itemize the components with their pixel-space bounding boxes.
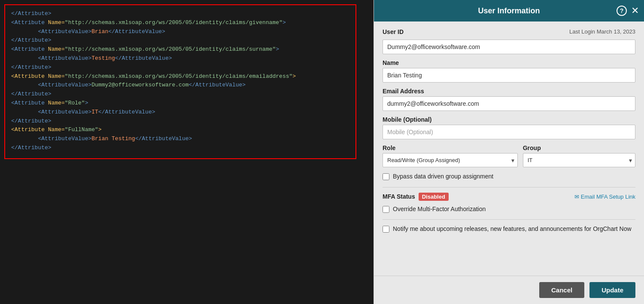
override-mfa-checkbox[interactable]	[383, 206, 389, 213]
modal-header: User Information ? ✕	[374, 0, 644, 21]
role-column: Role Read/Write (Group Assigned) ▾	[383, 144, 518, 167]
update-button[interactable]: Update	[589, 282, 635, 298]
mobile-label: Mobile (Optional)	[383, 116, 635, 123]
divider-2	[383, 219, 635, 220]
name-label: Name	[383, 59, 635, 66]
xml-line-13: </Attribute>	[11, 117, 349, 126]
last-login-text: Last Login March 13, 2023	[569, 28, 635, 35]
xml-line-12: <AttributeValue>IT</AttributeValue>	[11, 108, 349, 117]
notify-checkbox-row: Notify me about upcoming releases, new f…	[383, 225, 635, 233]
name-input[interactable]	[383, 68, 635, 83]
bypass-checkbox-row: Bypass data driven group assignment	[383, 172, 635, 181]
mfa-status-row: MFA Status Disabled ✉ Email MFA Setup Li…	[383, 193, 635, 201]
email-mfa-label: Email MFA Setup Link	[581, 193, 635, 200]
mfa-left: MFA Status Disabled	[383, 193, 449, 201]
mobile-field-row: Mobile (Optional)	[383, 116, 635, 139]
role-select-wrapper: Read/Write (Group Assigned) ▾	[383, 153, 518, 167]
xml-line-10: </Attribute>	[11, 90, 349, 99]
xml-line-14: <Attribute Name="FullName">	[11, 126, 349, 135]
user-id-label: User ID	[383, 28, 404, 35]
envelope-icon: ✉	[574, 193, 579, 200]
email-label: Email Address	[383, 88, 635, 95]
xml-line-1: </Attribute>	[11, 9, 349, 18]
xml-line-4: </Attribute>	[11, 36, 349, 45]
bypass-checkbox[interactable]	[383, 173, 389, 180]
xml-line-7: </Attribute>	[11, 63, 349, 72]
mobile-input[interactable]	[383, 125, 635, 139]
notify-label: Notify me about upcoming releases, new f…	[393, 225, 632, 233]
xml-content-box: </Attribute> <Attribute Name="http://sch…	[4, 4, 356, 159]
user-id-field-row	[383, 40, 635, 54]
role-select[interactable]: Read/Write (Group Assigned)	[383, 153, 518, 167]
xml-panel: </Attribute> <Attribute Name="http://sch…	[0, 0, 374, 304]
close-icon[interactable]: ✕	[631, 6, 639, 15]
email-input[interactable]	[383, 96, 635, 111]
override-mfa-checkbox-row: Override Multi-Factor Authorization	[383, 205, 635, 214]
divider-1	[383, 187, 635, 187]
mfa-status-label: MFA Status	[383, 193, 415, 200]
group-select-wrapper: IT Admin HR Finance ▾	[523, 153, 635, 167]
email-mfa-link[interactable]: ✉ Email MFA Setup Link	[574, 193, 635, 200]
role-group-row: Role Read/Write (Group Assigned) ▾ Group…	[383, 144, 635, 167]
modal-header-actions: ? ✕	[617, 6, 639, 16]
xml-line-8: <Attribute Name="http://schemas.xmlsoap.…	[11, 72, 349, 81]
role-label: Role	[383, 144, 518, 151]
email-field-row: Email Address	[383, 88, 635, 111]
xml-line-2: <Attribute Name="http://schemas.xmlsoap.…	[11, 18, 349, 28]
bypass-label: Bypass data driven group assignment	[393, 172, 493, 181]
override-mfa-label: Override Multi-Factor Authorization	[393, 205, 486, 214]
xml-line-15: <AttributeValue>Brian Testing</Attribute…	[11, 135, 349, 144]
name-field-row: Name	[383, 59, 635, 83]
user-information-modal: User Information ? ✕ User ID Last Login …	[374, 0, 644, 304]
xml-line-3: <AttributeValue>Brian</AttributeValue>	[11, 28, 349, 37]
user-id-section: User ID Last Login March 13, 2023	[383, 28, 635, 35]
help-icon[interactable]: ?	[617, 6, 627, 16]
xml-line-6: <AttributeValue>Testing</AttributeValue>	[11, 54, 349, 63]
group-column: Group IT Admin HR Finance ▾	[523, 144, 635, 167]
xml-line-11: <Attribute Name="Role">	[11, 99, 349, 108]
modal-title: User Information	[478, 6, 540, 15]
modal-footer: Cancel Update	[374, 276, 644, 304]
user-id-input[interactable]	[383, 40, 635, 54]
notify-checkbox[interactable]	[383, 226, 389, 233]
xml-line-9: <AttributeValue>Dummy2@officeworksoftwar…	[11, 81, 349, 90]
xml-line-16: </Attribute>	[11, 144, 349, 153]
mfa-badge: Disabled	[419, 193, 449, 201]
group-label: Group	[523, 144, 635, 151]
modal-body: User ID Last Login March 13, 2023 Name E…	[374, 21, 644, 276]
group-select[interactable]: IT Admin HR Finance	[523, 153, 635, 167]
cancel-button[interactable]: Cancel	[539, 282, 584, 298]
xml-line-5: <Attribute Name="http://schemas.xmlsoap.…	[11, 45, 349, 54]
